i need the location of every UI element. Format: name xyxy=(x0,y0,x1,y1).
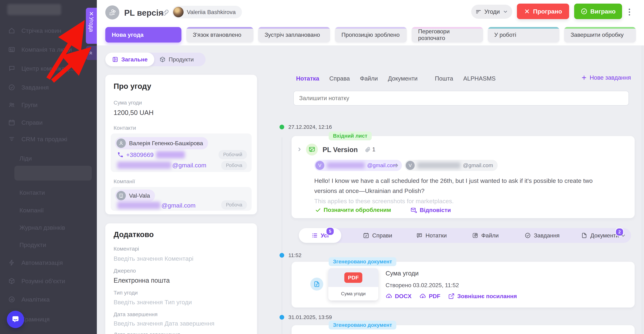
lost-button-label: Програно xyxy=(533,8,562,15)
doc-preview-thumbnail[interactable]: PDF Сума угоди xyxy=(328,268,378,300)
lost-button[interactable]: Програно xyxy=(517,4,569,19)
tab-products[interactable]: Продукти xyxy=(159,53,194,66)
incoming-mail-icon-circle xyxy=(306,144,318,155)
chat-launcher-button[interactable] xyxy=(7,311,24,328)
stage-proposal-made[interactable]: Пропозицію зроблено xyxy=(335,27,407,43)
field-comments-placeholder[interactable]: Введіть значення Коментарі xyxy=(114,255,194,262)
company-name: Val-Vala xyxy=(129,192,150,199)
sidebar-item-communication-center[interactable]: Центр комунікац... xyxy=(8,65,74,72)
document-card: PDF Сума угоди Сума угоди Створено 03.02… xyxy=(292,262,635,307)
email-from-pill[interactable]: V @gmail.com xyxy=(314,160,402,171)
contact-email[interactable]: @gmail.com xyxy=(117,162,206,169)
tab-activity[interactable]: Справа xyxy=(330,75,350,82)
copy-link-button[interactable] xyxy=(162,9,169,17)
calendar-icon xyxy=(8,119,15,126)
filter-all[interactable]: Усі 5 xyxy=(299,228,341,243)
sidebar-item-leads[interactable]: Ліди xyxy=(20,155,32,162)
stage-contact-established[interactable]: З'язок втановлено xyxy=(186,27,254,43)
new-task-button[interactable]: Нове завдання xyxy=(581,74,631,81)
contacts-label: Контакти xyxy=(114,125,136,131)
sidebar-item-activities[interactable]: Справи xyxy=(8,119,43,126)
owner-chip[interactable]: Valeriia Bashkirova xyxy=(172,6,242,18)
sidebar-item-products[interactable]: Продукти xyxy=(20,241,46,248)
stage-finish-processing[interactable]: Завершити обробку xyxy=(564,27,636,43)
pipeline-selector[interactable]: Угоди xyxy=(471,5,512,19)
company-email-type-badge: Робоча xyxy=(221,200,247,209)
chevron-right-icon xyxy=(296,146,302,152)
sidebar-item-smart-objects[interactable]: Розумні об'єкти xyxy=(8,277,65,285)
mark-processed-button[interactable]: Позначити обробленим xyxy=(315,207,391,213)
document-icon xyxy=(313,280,320,288)
filter-notes[interactable]: Нотатки xyxy=(416,228,447,243)
redacted-company-email-local xyxy=(117,202,160,209)
tab-mail[interactable]: Пошта xyxy=(435,75,453,82)
handshake-coins-icon xyxy=(108,8,116,17)
timeline-dot-doc2 xyxy=(280,315,284,319)
sidebar-item-newsfeed[interactable]: Стрічка новин xyxy=(8,27,62,34)
sidebar-item-groups[interactable]: Групи xyxy=(8,101,38,108)
tab-alphasms[interactable]: ALPHASMS xyxy=(463,75,496,82)
field-end-date-placeholder[interactable]: Введіть значення Дата завершення xyxy=(114,320,214,327)
field-source-value[interactable]: Електронна пошта xyxy=(114,277,170,284)
filter-documents[interactable]: Документи 2 xyxy=(581,228,619,243)
won-button[interactable]: Виграно xyxy=(574,4,622,19)
email-domain: @gmail.com xyxy=(172,162,206,169)
speech-bubble-icon xyxy=(416,232,422,239)
chevron-down-icon[interactable] xyxy=(620,233,626,238)
tab-documents[interactable]: Документи xyxy=(388,75,418,82)
stage-new-deal[interactable]: Нова угода xyxy=(105,27,182,43)
company-chip[interactable]: Val-Vala xyxy=(115,190,155,202)
sidebar-item-crm-sales[interactable]: CRM та продажі xyxy=(8,135,67,143)
download-docx-link[interactable]: DOCX xyxy=(386,293,412,299)
companies-label: Компанії xyxy=(114,178,135,184)
cloud-download-icon xyxy=(419,293,426,299)
generated-doc2-badge: Згенеровано документ xyxy=(329,321,396,329)
email-to-pill[interactable]: V @gmail.com xyxy=(404,160,498,171)
expand-email-button[interactable] xyxy=(296,146,302,153)
plus-icon xyxy=(581,75,587,81)
header-kebab-menu[interactable] xyxy=(628,8,631,17)
tab-note[interactable]: Нотатка xyxy=(296,75,319,82)
email-card: PL Version 1 V @gmail.com V @gmail.com xyxy=(292,136,635,218)
sidebar-item-contacts[interactable]: Контакти xyxy=(20,189,45,196)
pipeline-selector-label: Угоди xyxy=(484,8,500,15)
scrollbar[interactable] xyxy=(641,45,644,334)
field-deal-type-placeholder[interactable]: Введіть значення Тип угоди xyxy=(114,299,192,306)
sidebar-item-automation[interactable]: Автоматизація xyxy=(8,259,63,266)
download-pdf-link[interactable]: PDF xyxy=(419,293,440,299)
company-email[interactable]: @gmail.com xyxy=(117,202,196,209)
doc-icon-circle xyxy=(310,278,323,290)
check-circle-icon xyxy=(524,232,531,239)
sidebar-item-tasks[interactable]: Завдання xyxy=(8,84,49,91)
external-link[interactable]: Зовнішнє посилання xyxy=(448,293,517,299)
doc2-timestamp: 31.01.2025, 13:59 xyxy=(288,314,332,320)
contact-chip[interactable]: Валерія Гепенко-Башкірова xyxy=(115,137,208,149)
stage-meeting-scheduled[interactable]: Зустріч заплановано xyxy=(258,27,330,43)
email-subject[interactable]: PL Version xyxy=(322,146,358,154)
sidebar-item-call-log[interactable]: Журнал дзвінків xyxy=(20,224,65,231)
to-avatar: V xyxy=(406,161,415,170)
collapse-slideout-tab[interactable]: « xyxy=(86,46,97,60)
close-icon[interactable] xyxy=(89,11,94,17)
owner-name: Valeriia Bashkirova xyxy=(187,9,236,16)
filter-files[interactable]: Файли xyxy=(472,228,499,243)
tab-general[interactable]: Загальне xyxy=(105,53,154,66)
deal-slideout-tab[interactable]: Угода xyxy=(86,8,97,44)
contact-phone[interactable]: +3809669 xyxy=(117,151,185,158)
sidebar-item-analytics[interactable]: Аналітика xyxy=(8,296,50,303)
sidebar-item-company-people[interactable]: Компанія та люди xyxy=(8,46,72,53)
filter-activities[interactable]: Справи xyxy=(363,228,392,243)
note-input[interactable] xyxy=(294,91,629,106)
doc-title: Сума угоди xyxy=(386,270,419,277)
email-body-faded: This applies to these screenshots for ma… xyxy=(314,198,611,205)
to-email-domain: @gmail.com xyxy=(463,162,493,168)
stage-in-progress[interactable]: У роботі xyxy=(488,27,560,43)
stage-negotiations-started[interactable]: Переговори розпочато xyxy=(412,27,483,43)
sidebar-item-companies[interactable]: Компанії xyxy=(20,207,44,214)
tab-files[interactable]: Файли xyxy=(360,75,378,82)
contact-block: Валерія Гепенко-Башкірова +3809669 Робоч… xyxy=(111,134,252,172)
users-icon xyxy=(8,101,15,108)
chat-icon xyxy=(8,65,15,72)
filter-tasks[interactable]: Завдання xyxy=(524,228,560,243)
reply-button[interactable]: Відповісти xyxy=(410,207,451,213)
